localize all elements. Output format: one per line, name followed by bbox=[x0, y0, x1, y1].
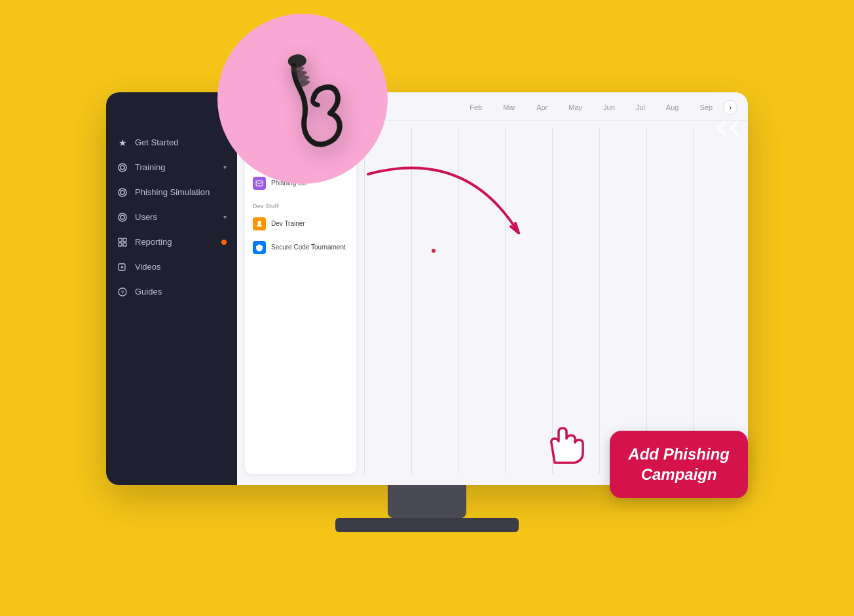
month-jul: Jul bbox=[636, 103, 645, 111]
dev-trainer-label: Dev Trainer bbox=[271, 220, 305, 227]
sidebar-item-reporting[interactable]: Reporting ▾ bbox=[106, 230, 237, 255]
svg-point-20 bbox=[288, 53, 307, 67]
svg-point-5 bbox=[121, 166, 124, 170]
svg-rect-13 bbox=[123, 243, 126, 246]
monitor-stand bbox=[388, 485, 466, 518]
svg-line-1 bbox=[718, 128, 725, 135]
grid-col-8 bbox=[693, 128, 740, 474]
phishing-icon bbox=[117, 187, 128, 198]
svg-point-4 bbox=[119, 164, 126, 172]
users-icon bbox=[117, 211, 128, 223]
sidebar-label-training: Training bbox=[135, 162, 217, 172]
svg-line-0 bbox=[718, 122, 725, 128]
month-mar: Mar bbox=[503, 103, 515, 111]
svg-line-3 bbox=[732, 128, 738, 135]
sidebar-label-get-started: Get Started bbox=[135, 137, 227, 147]
grid-col-7 bbox=[646, 128, 694, 474]
campaign-label-line2: Campaign bbox=[641, 465, 717, 483]
reporting-icon bbox=[117, 236, 128, 248]
svg-point-19 bbox=[258, 221, 261, 224]
videos-icon bbox=[117, 261, 128, 273]
month-sep: Sep bbox=[699, 103, 713, 111]
month-may: May bbox=[568, 103, 582, 111]
svg-rect-18 bbox=[256, 181, 263, 186]
sidebar-label-reporting: Reporting bbox=[135, 237, 217, 247]
campaign-label-line1: Add Phishing bbox=[628, 445, 730, 463]
month-feb: Feb bbox=[470, 103, 482, 111]
svg-point-9 bbox=[121, 215, 124, 219]
secure-code-icon bbox=[253, 241, 266, 254]
notification-dot bbox=[221, 240, 227, 245]
svg-rect-11 bbox=[123, 238, 126, 242]
month-jun: Jun bbox=[603, 103, 615, 111]
month-apr: Apr bbox=[536, 103, 548, 111]
sidebar-label-videos: Videos bbox=[135, 262, 227, 272]
svg-point-6 bbox=[119, 189, 126, 196]
secure-code-label: Secure Code Tournament bbox=[271, 244, 346, 251]
sidebar-label-phishing: Phishing Simulation bbox=[135, 187, 227, 197]
svg-rect-10 bbox=[119, 238, 122, 242]
svg-point-8 bbox=[119, 213, 126, 221]
hand-cursor-icon bbox=[538, 417, 587, 469]
sidebar-item-training[interactable]: Training ▾ bbox=[106, 155, 237, 180]
users-arrow-icon: ▾ bbox=[223, 213, 227, 221]
sidebar-item-phishing-simulation[interactable]: Phishing Simulation bbox=[106, 180, 237, 205]
svg-text:?: ? bbox=[121, 289, 124, 295]
dev-trainer-icon bbox=[253, 217, 266, 230]
grid-col-6 bbox=[599, 128, 646, 474]
month-aug: Aug bbox=[666, 103, 679, 111]
scene: « ★ Get Started Training ▾ bbox=[67, 40, 787, 577]
phishing-item-icon-2 bbox=[253, 177, 266, 190]
monitor-base bbox=[335, 518, 519, 532]
training-icon bbox=[117, 162, 128, 173]
star-icon: ★ bbox=[117, 137, 128, 149]
guides-icon: ? bbox=[117, 286, 128, 298]
decorative-stars bbox=[715, 118, 748, 142]
sidebar-item-users[interactable]: Users ▾ bbox=[106, 205, 237, 230]
sidebar-item-get-started[interactable]: ★ Get Started bbox=[106, 130, 237, 155]
svg-rect-12 bbox=[119, 243, 122, 246]
sidebar-label-guides: Guides bbox=[135, 287, 227, 297]
campaign-label: Add Phishing Campaign bbox=[610, 431, 748, 498]
monitor-screen: « ★ Get Started Training ▾ bbox=[106, 92, 748, 485]
next-month-button[interactable]: › bbox=[723, 100, 737, 115]
sidebar-item-videos[interactable]: Videos bbox=[106, 255, 237, 280]
sidebar: « ★ Get Started Training ▾ bbox=[106, 92, 237, 485]
svg-line-2 bbox=[732, 122, 738, 128]
training-arrow-icon: ▾ bbox=[223, 164, 227, 171]
sidebar-label-users: Users bbox=[135, 212, 217, 222]
sidebar-item-guides[interactable]: ? Guides bbox=[106, 280, 237, 304]
svg-point-7 bbox=[121, 190, 124, 194]
curved-arrow bbox=[335, 154, 532, 285]
